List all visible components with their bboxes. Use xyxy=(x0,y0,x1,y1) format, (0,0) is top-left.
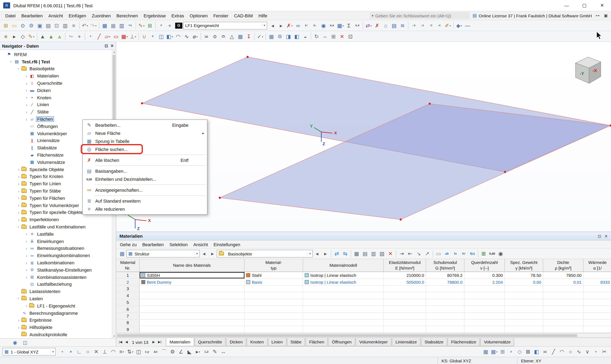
tree-item-materialien[interactable]: ◧Materialien xyxy=(0,72,116,80)
cell-typ[interactable] xyxy=(245,299,303,305)
show-results-icon[interactable]: ∞ xyxy=(294,21,302,30)
formula-fx-edit-icon[interactable]: fx' xyxy=(460,249,468,258)
view-compact-icon[interactable]: ▦ xyxy=(352,249,361,258)
angle-icon[interactable]: ∠ xyxy=(177,347,185,356)
cell-g[interactable] xyxy=(426,319,465,326)
delete-results-icon[interactable]: ✗▾ xyxy=(285,21,294,30)
tree-item-berechnungsdiagramme[interactable]: ∿Berechnungsdiagramme xyxy=(0,309,116,317)
triangle-icon[interactable]: ◣ xyxy=(185,347,194,356)
cell-alpha[interactable] xyxy=(584,313,611,319)
tree-item-imperfektionen[interactable]: Imperfektionen xyxy=(0,216,116,223)
cell-g[interactable]: 78800.0 xyxy=(426,279,465,285)
prev-table-icon[interactable]: ◂ xyxy=(200,249,208,258)
menu-einfügen[interactable]: Einfügen xyxy=(66,13,89,18)
dlubal-online-icon[interactable]: ⊙ xyxy=(19,21,27,30)
tree-expand-icon[interactable] xyxy=(16,296,21,301)
table-row[interactable]: 1S355HStahlIsotrop | Linear elastisch210… xyxy=(116,272,611,279)
tree-item-lastassistenten[interactable]: Lastassistenten xyxy=(0,288,116,295)
column-header-modell[interactable]: Materialmodell xyxy=(303,259,384,272)
temperature-load-icon[interactable]: ↧ xyxy=(245,32,253,41)
cell-modell[interactable] xyxy=(303,326,384,333)
context-item-neue-fläche[interactable]: ▱Neue Fläche▸ xyxy=(83,129,207,137)
partial-view-tree-icon[interactable]: ▲ xyxy=(47,32,55,41)
show-all-tree-icon[interactable]: ▲ xyxy=(38,32,47,41)
tree-expand-icon[interactable] xyxy=(9,59,14,64)
tab-volumensätze[interactable]: Volumensätze xyxy=(480,338,514,346)
import-icon[interactable]: ⇥ xyxy=(398,249,406,258)
table-row[interactable]: 9 xyxy=(116,326,611,333)
grid-display-icon[interactable]: ▦ xyxy=(481,347,490,356)
pin-panel-icon[interactable]: ⊶ xyxy=(595,13,600,18)
snap-ortho-icon[interactable]: ∟ xyxy=(75,347,84,356)
context-item-fläche-suchen[interactable]: ◎Fläche suchen... xyxy=(83,145,207,153)
tree-item-test-rf6-test[interactable]: ▤Test.rf6 | Test xyxy=(0,58,116,65)
cell-gamma[interactable] xyxy=(505,286,543,292)
cell-gamma[interactable] xyxy=(505,306,543,312)
plane-toggle-icon[interactable]: ◧ xyxy=(532,347,541,356)
tree-item-ergebnisse[interactable]: Ergebnisse xyxy=(0,317,116,324)
minimize-button[interactable]: — xyxy=(558,0,575,11)
open-model-icon[interactable]: ▭ xyxy=(10,21,19,30)
cell-rho[interactable]: 0.01 xyxy=(543,279,584,285)
tab-öffnungen[interactable]: Öffnungen xyxy=(328,338,355,346)
min-values-icon[interactable]: x↓ xyxy=(311,21,319,30)
tree-item-rfem[interactable]: ⚑RFEM xyxy=(0,51,116,58)
cell-g[interactable] xyxy=(426,292,465,299)
object-axes-icon[interactable]: ⌖ xyxy=(166,21,174,30)
new-support-icon[interactable]: ⊥▾ xyxy=(129,32,137,41)
units-icon[interactable]: 0,00 xyxy=(488,249,496,258)
cell-typ[interactable] xyxy=(245,306,303,312)
cell-nu[interactable] xyxy=(465,292,505,299)
cell-rho[interactable] xyxy=(543,326,584,333)
cell-e[interactable] xyxy=(384,306,426,312)
cell-e[interactable] xyxy=(384,319,426,326)
pick-mode-icon[interactable]: ▸▾ xyxy=(194,347,202,356)
tree-item-einwirkungen[interactable]: ⇊Einwirkungen xyxy=(0,237,116,245)
cell-nu[interactable] xyxy=(465,319,505,326)
tree-expand-icon[interactable] xyxy=(24,103,29,107)
load-fx-icon[interactable]: ↓x xyxy=(410,21,418,30)
tree-item-hilfsobjekte[interactable]: Hilfsobjekte xyxy=(0,324,116,331)
select-region-icon[interactable]: ◇ xyxy=(19,32,27,41)
next-table-icon[interactable]: ▸ xyxy=(208,249,217,258)
arc-tool-icon[interactable]: ◠ xyxy=(174,32,182,41)
cell-gamma[interactable]: 78.50 xyxy=(505,272,543,278)
tab-liniensätze[interactable]: Liniensätze xyxy=(392,338,420,346)
arc-tool2-icon[interactable]: ◠ xyxy=(558,347,566,356)
scroll-up-icon[interactable]: ▲ xyxy=(113,51,116,53)
cell-nu[interactable] xyxy=(465,306,505,312)
cell-nr[interactable]: 8 xyxy=(116,319,140,326)
cell-rho[interactable] xyxy=(543,319,584,326)
column-header-rho[interactable]: Dichteρ [kg/m³] xyxy=(543,259,584,272)
table-layout-icon[interactable]: ▦ xyxy=(101,21,109,30)
result-grid-icon[interactable]: ▦▾ xyxy=(336,21,345,30)
table-strip-icon[interactable]: ▥ xyxy=(117,21,126,30)
tree-expand-icon[interactable] xyxy=(24,74,29,78)
cell-rho[interactable] xyxy=(543,286,584,292)
tree-expand-icon[interactable] xyxy=(16,203,21,208)
comment-icon[interactable]: ✎ xyxy=(211,347,219,356)
cell-name[interactable] xyxy=(140,299,245,305)
load-mx-icon[interactable]: -x xyxy=(435,21,443,30)
menu-ansicht[interactable]: Ansicht xyxy=(46,13,66,18)
sort-icon[interactable]: ⇅▾ xyxy=(126,347,134,356)
result-values-icon[interactable]: ◉ xyxy=(319,21,328,30)
tree-expand-icon[interactable] xyxy=(16,196,21,200)
dimension-tool-icon[interactable]: ↔ xyxy=(219,347,228,356)
cell-e[interactable] xyxy=(384,299,426,305)
table-solver-icon[interactable]: >s xyxy=(126,21,134,30)
cell-alpha[interactable] xyxy=(584,292,611,299)
tree-item-lf1-eigengewicht[interactable]: LF1 - Eigengewicht xyxy=(0,302,116,310)
dimension-icon[interactable]: ✐▾ xyxy=(443,21,452,30)
align-tools-icon[interactable]: ≍ xyxy=(202,32,211,41)
coords-delta-icon[interactable]: Δx xyxy=(151,347,160,356)
polyline-tool-icon[interactable]: ∨ xyxy=(583,347,592,356)
tab-querschnitte[interactable]: Querschnitte xyxy=(194,338,226,346)
trim-tool-icon[interactable]: ✂ xyxy=(600,347,609,356)
cell-nr[interactable]: 1 xyxy=(116,272,140,278)
tab-knoten[interactable]: Knoten xyxy=(247,338,268,346)
cell-modell[interactable] xyxy=(303,319,384,326)
guides-toggle-icon[interactable]: # xyxy=(507,347,515,356)
sync-graphic-icon[interactable]: ⇆ xyxy=(341,249,350,258)
cell-nu[interactable] xyxy=(465,326,505,333)
